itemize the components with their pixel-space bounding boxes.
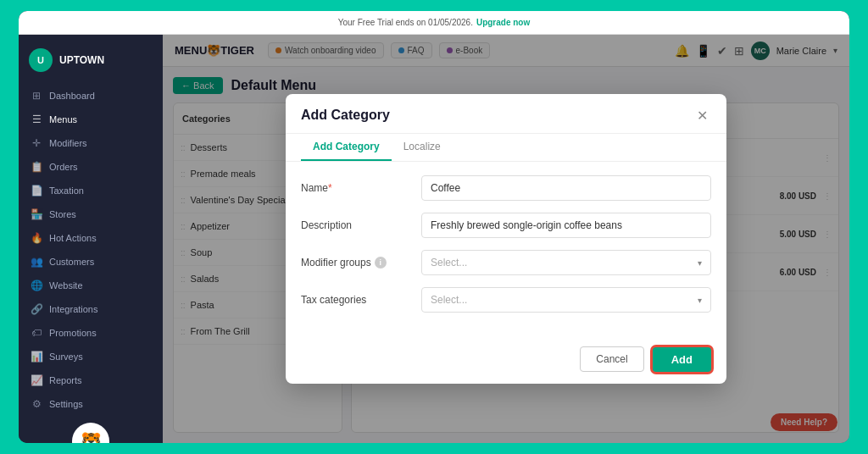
modifier-groups-row: Modifier groups i Select... ▾: [301, 250, 711, 275]
sidebar-item-modifiers[interactable]: ✛ Modifiers: [19, 131, 163, 155]
sidebar-item-label: Orders: [49, 162, 78, 172]
surveys-icon: 📊: [31, 351, 42, 363]
sidebar-item-label: Taxation: [49, 185, 84, 196]
modal-tabs: Add Category Localize: [286, 134, 726, 162]
stores-icon: 🏪: [31, 208, 42, 220]
sidebar-item-label: Reports: [49, 375, 82, 385]
modal-overlay: Add Category ✕ Add Category Localize Nam…: [163, 35, 849, 443]
sidebar-item-label: Settings: [49, 399, 83, 409]
dashboard-icon: ⊞: [31, 90, 42, 102]
add-category-modal: Add Category ✕ Add Category Localize Nam…: [286, 94, 726, 384]
sidebar-item-hot-actions[interactable]: 🔥 Hot Actions: [19, 226, 163, 250]
sidebar-item-dashboard[interactable]: ⊞ Dashboard: [19, 84, 163, 108]
tiger-logo: 🐯: [72, 423, 109, 443]
upgrade-link[interactable]: Upgrade now: [476, 18, 530, 27]
modal-footer: Cancel Add: [286, 338, 726, 384]
promotions-icon: 🏷: [31, 327, 42, 339]
sidebar-item-label: Surveys: [49, 352, 83, 362]
sidebar-item-menus[interactable]: ☰ Menus: [19, 108, 163, 131]
content-area: MENU🐯TIGER Watch onboarding video FAQ e-…: [163, 35, 849, 443]
sidebar-item-label: Promotions: [49, 328, 97, 338]
sidebar-item-surveys[interactable]: 📊 Surveys: [19, 345, 163, 368]
sidebar-item-integrations[interactable]: 🔗 Integrations: [19, 297, 163, 321]
tab-add-category[interactable]: Add Category: [301, 134, 392, 161]
trial-text: Your Free Trial ends on 01/05/2026.: [338, 18, 473, 27]
modal-body: Name* Description: [286, 162, 726, 338]
cancel-button[interactable]: Cancel: [580, 346, 643, 372]
sidebar-item-label: Menus: [49, 114, 77, 125]
modal-header: Add Category ✕: [286, 94, 726, 134]
screen: Your Free Trial ends on 01/05/2026. Upgr…: [19, 11, 849, 443]
modifiers-icon: ✛: [31, 137, 42, 149]
sidebar-item-customers[interactable]: 👥 Customers: [19, 250, 163, 274]
sidebar-item-website[interactable]: 🌐 Website: [19, 274, 163, 297]
name-input[interactable]: [421, 175, 711, 201]
website-icon: 🌐: [31, 280, 42, 291]
modifier-groups-label: Modifier groups i: [301, 250, 411, 269]
sidebar-item-stores[interactable]: 🏪 Stores: [19, 202, 163, 226]
add-modal-button[interactable]: Add: [653, 347, 711, 372]
menus-icon: ☰: [31, 114, 42, 125]
modal-close-button[interactable]: ✕: [693, 106, 711, 125]
tax-categories-placeholder: Select...: [431, 294, 467, 306]
sidebar-logo: U UPTOWN: [19, 42, 163, 79]
sidebar-item-label: Customers: [49, 257, 94, 267]
logo-icon: U: [29, 48, 53, 72]
sidebar-item-label: Integrations: [49, 304, 97, 314]
sidebar-item-label: Stores: [49, 209, 76, 219]
description-input[interactable]: [421, 213, 711, 238]
info-icon[interactable]: i: [375, 257, 387, 269]
sidebar-item-promotions[interactable]: 🏷 Promotions: [19, 321, 163, 345]
tax-categories-row: Tax categories Select... ▾: [301, 287, 711, 313]
taxation-icon: 📄: [31, 185, 42, 197]
orders-icon: 📋: [31, 161, 42, 173]
description-field-row: Description: [301, 213, 711, 238]
modal-title: Add Category: [301, 108, 390, 123]
integrations-icon: 🔗: [31, 303, 42, 315]
sidebar-item-orders[interactable]: 📋 Orders: [19, 155, 163, 179]
tax-categories-select[interactable]: Select... ▾: [421, 287, 711, 313]
sidebar-item-label: Modifiers: [49, 138, 87, 148]
sidebar-item-taxation[interactable]: 📄 Taxation: [19, 179, 163, 202]
settings-icon: ⚙: [31, 398, 42, 410]
tax-categories-label: Tax categories: [301, 287, 411, 306]
chevron-down-icon: ▾: [698, 258, 702, 268]
logo-text: UPTOWN: [59, 54, 104, 66]
description-label: Description: [301, 213, 411, 231]
chevron-down-icon: ▾: [698, 296, 702, 305]
tab-localize[interactable]: Localize: [392, 134, 453, 161]
customers-icon: 👥: [31, 256, 42, 268]
reports-icon: 📈: [31, 374, 42, 386]
sidebar-item-label: Dashboard: [49, 91, 95, 101]
modifier-groups-select[interactable]: Select... ▾: [421, 250, 711, 275]
sidebar-item-reports[interactable]: 📈 Reports: [19, 368, 163, 392]
sidebar: U UPTOWN ⊞ Dashboard ☰ Menus ✛ Modifiers…: [19, 35, 163, 443]
sidebar-item-label: Website: [49, 280, 83, 291]
name-field-row: Name*: [301, 175, 711, 201]
sidebar-bottom: 🐯: [19, 416, 163, 443]
sidebar-item-settings[interactable]: ⚙ Settings: [19, 392, 163, 416]
sidebar-item-label: Hot Actions: [49, 233, 97, 243]
top-banner: Your Free Trial ends on 01/05/2026. Upgr…: [19, 11, 849, 35]
main-area: U UPTOWN ⊞ Dashboard ☰ Menus ✛ Modifiers…: [19, 35, 849, 443]
modifier-groups-placeholder: Select...: [431, 257, 467, 269]
hot-actions-icon: 🔥: [31, 232, 42, 244]
name-label: Name*: [301, 175, 411, 194]
